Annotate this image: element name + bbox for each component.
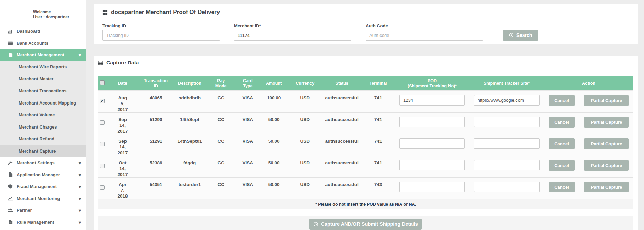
sidebar-item-dashboard[interactable]: DashBoard xyxy=(0,25,86,37)
file-icon xyxy=(7,172,13,178)
cancel-button[interactable]: Cancel xyxy=(549,160,575,171)
sidebar-item-label: Merchant Management xyxy=(17,52,64,58)
pod-input[interactable] xyxy=(399,138,465,149)
sidebar-item-merchant-management[interactable]: Merchant Management▾ xyxy=(0,49,86,61)
capture-submit-label: Capture AND/OR Submit Shipping Details xyxy=(321,221,418,227)
cell-terminal: 741 xyxy=(361,156,395,178)
sidebar-item-label: Merchant Settings xyxy=(17,160,55,165)
pod-input[interactable] xyxy=(399,117,465,127)
chevron-down-icon: ▾ xyxy=(79,196,81,201)
sidebar-subitem-merchant-refund[interactable]: Merchant Refund xyxy=(0,133,86,145)
partial-capture-button[interactable]: Partial Capture xyxy=(584,182,629,192)
row-checkbox[interactable] xyxy=(100,185,105,190)
cancel-button[interactable]: Cancel xyxy=(549,117,575,128)
cell-date: Sep14,2017 xyxy=(106,134,139,156)
chevron-down-icon: ▾ xyxy=(79,53,81,58)
capture-data-title: Capture Data xyxy=(98,60,633,66)
chevron-down-icon: ▾ xyxy=(79,220,81,225)
sidebar-subitem-merchant-account-mapping[interactable]: Merchant Account Mapping xyxy=(0,97,86,109)
sidebar-subitem-merchant-transactions[interactable]: Merchant Transactions xyxy=(0,85,86,97)
partial-capture-button[interactable]: Partial Capture xyxy=(584,117,629,128)
cancel-button[interactable]: Cancel xyxy=(549,138,575,149)
sidebar-nav: DashBoardBank AccountsMerchant Managemen… xyxy=(0,25,86,228)
cell-card-type: VISA xyxy=(235,134,260,156)
partial-capture-button[interactable]: Partial Capture xyxy=(584,95,629,106)
sidebar-subitem-merchant-volume[interactable]: Merchant Volume xyxy=(0,109,86,121)
bar-chart-icon xyxy=(7,29,13,34)
cell-description: 14thSept01 xyxy=(173,134,207,156)
pod-note-row: * Please do not insert the POD value as … xyxy=(98,199,633,209)
tracker-input[interactable] xyxy=(474,182,540,192)
sidebar-item-rule-management[interactable]: Rule Management▾ xyxy=(0,216,86,228)
col-header-select xyxy=(98,76,106,91)
auth-code-input[interactable] xyxy=(366,30,483,41)
copy-icon xyxy=(7,52,13,58)
sidebar-item-partner[interactable]: Partner▾ xyxy=(0,204,86,216)
table-row: Sep14,20175129014thSeptCCVISA50.00USDaut… xyxy=(98,113,633,134)
clock-icon xyxy=(313,222,318,227)
sidebar-item-merchant-monitoring[interactable]: Merchant Monitoring▾ xyxy=(0,192,86,204)
col-header-transaction-id: TransactionID xyxy=(139,76,173,91)
cell-card-type: VISA xyxy=(235,113,260,134)
sidebar-subitem-merchant-capture[interactable]: Merchant Capture xyxy=(0,145,86,157)
pod-input[interactable] xyxy=(399,182,465,192)
sidebar-item-bank-accounts[interactable]: Bank Accounts xyxy=(0,37,86,49)
cell-card-type: VISA xyxy=(235,156,260,178)
cancel-button[interactable]: Cancel xyxy=(549,95,575,106)
sidebar-subitem-merchant-wire-reports[interactable]: Merchant Wire Reports xyxy=(0,61,86,73)
col-header-pod-shipment-tracking-no: POD(Shipment Tracking No)* xyxy=(395,76,469,91)
cell-card-type: VISA xyxy=(235,178,260,199)
cell-description: sddbdbdb xyxy=(173,91,207,113)
proof-of-delivery-panel: docspartner Merchant Proof Of Delivery T… xyxy=(94,4,638,44)
tracker-input[interactable] xyxy=(474,138,540,149)
auth-code-label: Auth Code xyxy=(366,23,483,28)
auth-code-field: Auth Code xyxy=(366,23,497,41)
sidebar-subitem-merchant-master[interactable]: Merchant Master xyxy=(0,73,86,85)
cell-transaction-id: 51291 xyxy=(139,134,173,156)
cell-currency: USD xyxy=(288,113,322,134)
partial-capture-button[interactable]: Partial Capture xyxy=(584,138,629,149)
cell-currency: USD xyxy=(288,156,322,178)
pod-input[interactable] xyxy=(399,160,465,170)
cell-pay-mode: CC xyxy=(206,91,235,113)
sidebar-item-application-manager[interactable]: Application Manager▾ xyxy=(0,169,86,181)
sidebar-item-fraud-management[interactable]: Fraud Management▾ xyxy=(0,181,86,192)
row-checkbox[interactable] xyxy=(100,99,105,103)
submit-row: Capture AND/OR Submit Shipping Details xyxy=(98,216,633,230)
partial-capture-button[interactable]: Partial Capture xyxy=(584,160,629,171)
cell-amount: 50.00 xyxy=(260,156,288,178)
tracker-input[interactable] xyxy=(474,160,540,170)
merchant-management-submenu: Merchant Wire ReportsMerchant MasterMerc… xyxy=(0,61,86,157)
merchant-id-input[interactable] xyxy=(234,30,351,41)
cell-terminal: 741 xyxy=(361,134,395,156)
capture-table-head-row: DateTransactionIDDescriptionPayModeCardT… xyxy=(98,76,633,91)
row-checkbox[interactable] xyxy=(100,120,105,125)
select-all-checkbox[interactable] xyxy=(100,80,105,85)
search-button[interactable]: Search xyxy=(503,30,538,41)
th-large-icon xyxy=(102,10,108,15)
capture-submit-button[interactable]: Capture AND/OR Submit Shipping Details xyxy=(309,218,422,230)
col-header-currency: Currency xyxy=(288,76,322,91)
sidebar-item-label: Partner xyxy=(17,208,32,213)
pod-input[interactable] xyxy=(399,95,465,106)
cell-description: 14thSept xyxy=(173,113,207,134)
main-content: docspartner Merchant Proof Of Delivery T… xyxy=(86,0,644,230)
tracker-input[interactable] xyxy=(474,117,540,127)
sidebar-subitem-merchant-charges[interactable]: Merchant Charges xyxy=(0,121,86,133)
cancel-button[interactable]: Cancel xyxy=(549,182,575,192)
sidebar-item-merchant-settings[interactable]: Merchant Settings▾ xyxy=(0,157,86,169)
cell-amount: 50.00 xyxy=(260,113,288,134)
row-checkbox[interactable] xyxy=(100,142,105,146)
cell-status: authsuccessful xyxy=(322,113,361,134)
cell-currency: USD xyxy=(288,91,322,113)
row-checkbox[interactable] xyxy=(100,164,105,168)
cell-date: Oct14,2017 xyxy=(106,156,139,178)
col-header-action: Action xyxy=(544,76,633,91)
tracking-id-input[interactable] xyxy=(102,30,220,41)
tracker-input[interactable] xyxy=(474,95,540,106)
capture-table-body: Aug5,201748065sddbdbdbCCVISA100.00USDaut… xyxy=(98,91,633,199)
cell-date: Apr7,2018 xyxy=(106,178,139,199)
col-header-shipment-tracker-site: Shipment Tracker Site* xyxy=(469,76,544,91)
cell-terminal: 741 xyxy=(361,113,395,134)
search-form: Tracking ID Merchant ID* Auth Code Searc… xyxy=(102,23,629,41)
